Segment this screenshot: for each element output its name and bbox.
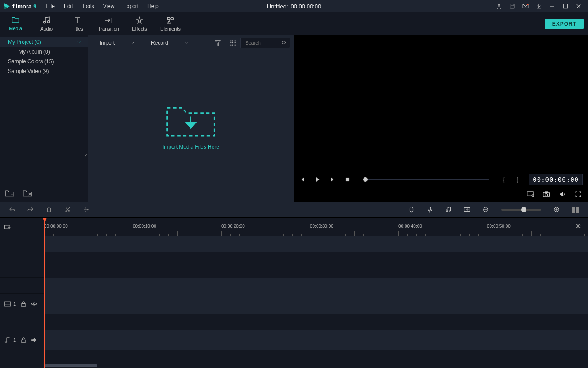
save-icon[interactable] <box>509 3 515 9</box>
tab-audio[interactable]: Audio <box>31 12 62 35</box>
adjust-icon[interactable] <box>83 207 89 213</box>
zoom-in-icon[interactable] <box>553 207 560 213</box>
video-track-content[interactable] <box>44 294 588 314</box>
music-note-icon[interactable] <box>4 337 11 343</box>
collapse-sidebar-icon[interactable] <box>85 152 88 159</box>
chevron-down-icon[interactable] <box>77 40 81 44</box>
zoom-slider[interactable] <box>501 209 541 211</box>
audio-track-num: 1 <box>13 337 16 343</box>
redo-icon[interactable] <box>27 207 34 213</box>
tree-sample-video[interactable]: Sample Video (9) <box>0 66 88 76</box>
preview-video[interactable] <box>294 35 588 172</box>
menu-file[interactable]: File <box>42 0 59 12</box>
gap-row-2 <box>0 278 588 294</box>
ruler-mark: 00:00:30:00 <box>310 224 333 229</box>
bottom-content[interactable] <box>44 350 588 368</box>
download-icon[interactable] <box>536 3 542 9</box>
menu-tools[interactable]: Tools <box>77 0 99 12</box>
render-preview-icon[interactable] <box>464 207 470 213</box>
menu-view[interactable]: View <box>99 0 119 12</box>
bottom-head <box>0 350 44 368</box>
quality-settings-icon[interactable] <box>527 191 534 197</box>
cut-icon[interactable] <box>65 207 71 213</box>
video-track-head: 1 <box>0 294 44 314</box>
tab-transition[interactable]: Transition <box>93 12 124 35</box>
time-ruler[interactable]: 00:00:00:0000:00:10:0000:00:20:0000:00:3… <box>44 218 588 236</box>
next-frame-icon[interactable] <box>329 176 336 183</box>
lane-overlay <box>0 252 588 278</box>
menu-edit[interactable]: Edit <box>59 0 77 12</box>
add-track-icon[interactable] <box>4 224 11 230</box>
menu-help[interactable]: Help <box>143 0 163 12</box>
play-icon[interactable] <box>314 176 321 183</box>
media-dropzone[interactable]: Import Media Files Here <box>88 50 294 202</box>
timeline-view-toggle[interactable] <box>572 207 579 213</box>
search-box[interactable] <box>240 38 290 48</box>
dropzone-label: Import Media Files Here <box>162 144 219 150</box>
audio-track-content[interactable] <box>44 330 588 350</box>
playhead[interactable] <box>44 218 45 368</box>
audio-track-head: 1 <box>0 330 44 350</box>
preview-progress[interactable] <box>363 179 489 180</box>
snapshot-icon[interactable] <box>543 191 550 197</box>
svg-point-15 <box>235 42 236 43</box>
zoom-out-icon[interactable] <box>483 207 489 213</box>
voiceover-icon[interactable] <box>427 207 433 213</box>
svg-rect-25 <box>545 192 547 193</box>
svg-point-4 <box>527 4 529 6</box>
eye-icon[interactable] <box>31 301 37 307</box>
marker-icon[interactable] <box>408 207 414 213</box>
tab-elements[interactable]: Elements <box>155 12 186 35</box>
zoom-handle[interactable] <box>521 207 526 212</box>
grid-view-button[interactable] <box>225 35 240 50</box>
svg-rect-8 <box>167 17 170 19</box>
lock-icon[interactable] <box>20 337 27 343</box>
tool-tabs: Media Audio Titles Transition Effects El… <box>0 12 588 35</box>
preview-timecode[interactable]: 00:00:00:00 <box>529 174 583 185</box>
mid-content[interactable] <box>44 314 588 330</box>
record-dropdown[interactable]: Record <box>143 40 197 46</box>
audio-mixer-icon[interactable] <box>445 207 452 213</box>
maximize-icon[interactable] <box>562 3 569 9</box>
overlay-content[interactable] <box>44 252 588 278</box>
account-icon[interactable] <box>496 3 502 9</box>
import-dropdown[interactable]: Import <box>92 40 143 46</box>
close-icon[interactable] <box>576 3 582 9</box>
svg-point-6 <box>43 21 46 23</box>
tab-media-label: Media <box>9 26 22 31</box>
grid-icon <box>230 40 236 46</box>
new-folder-icon[interactable] <box>5 189 14 197</box>
tree-sample-colors[interactable]: Sample Colors (15) <box>0 57 88 66</box>
tab-media[interactable]: Media <box>0 12 31 35</box>
prev-frame-icon[interactable] <box>299 176 306 183</box>
search-input[interactable] <box>245 40 282 46</box>
tree-my-album[interactable]: My Album (0) <box>0 47 88 57</box>
messages-icon[interactable] <box>522 3 529 9</box>
filter-button[interactable] <box>210 35 225 50</box>
fullscreen-icon[interactable] <box>575 191 582 197</box>
gap-content-1[interactable] <box>44 236 588 252</box>
tab-effects[interactable]: Effects <box>124 12 155 35</box>
export-button[interactable]: EXPORT <box>545 19 584 29</box>
undo-icon[interactable] <box>9 207 15 213</box>
lock-icon[interactable] <box>20 301 27 307</box>
gap-head-1 <box>0 236 44 252</box>
mark-out-icon[interactable]: } <box>515 176 520 183</box>
speaker-icon[interactable] <box>31 337 37 343</box>
tab-titles[interactable]: Titles <box>62 12 93 35</box>
tree-my-project[interactable]: My Project (0) <box>0 37 88 47</box>
delete-icon[interactable] <box>46 207 52 213</box>
minimize-icon[interactable] <box>549 3 555 9</box>
stop-icon[interactable] <box>344 176 351 183</box>
filmstrip-icon[interactable] <box>4 301 11 307</box>
volume-icon[interactable] <box>559 191 566 197</box>
mark-in-icon[interactable]: { <box>502 176 507 183</box>
chevron-down-icon <box>131 41 135 45</box>
track-area: 1 1 <box>0 236 588 368</box>
timeline-scrollbar[interactable] <box>44 364 97 367</box>
gap-content-2[interactable] <box>44 278 588 294</box>
delete-folder-icon[interactable] <box>23 189 32 197</box>
menu-export[interactable]: Export <box>119 0 143 12</box>
ruler-mark: 00:00:50:00 <box>487 224 511 229</box>
progress-handle[interactable] <box>363 177 368 182</box>
